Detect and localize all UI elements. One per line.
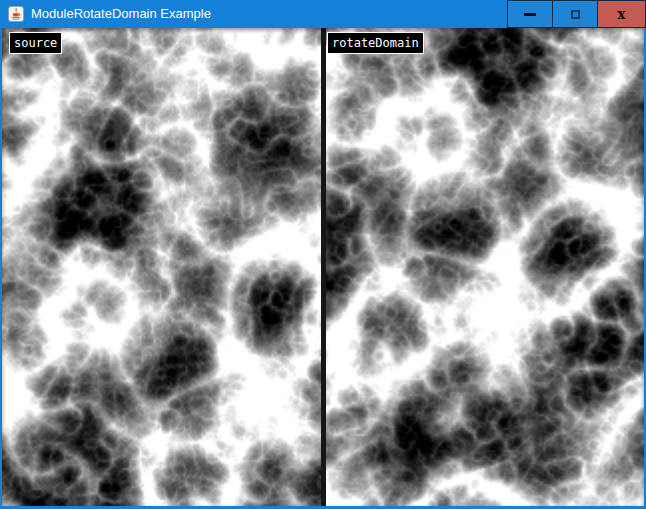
titlebar[interactable]: ModuleRotateDomain Example x — [0, 0, 646, 28]
source-label: source — [9, 32, 62, 54]
rotate-domain-label: rotateDomain — [327, 32, 424, 54]
window-title: ModuleRotateDomain Example — [31, 0, 211, 28]
close-button[interactable]: x — [597, 0, 646, 28]
window-controls: x — [508, 0, 646, 28]
java-coffee-cup-icon[interactable] — [8, 6, 24, 22]
close-x-icon: x — [617, 7, 625, 21]
rotate-domain-noise-canvas — [326, 28, 644, 506]
source-noise-canvas — [2, 28, 321, 506]
content-area: source rotateDomain — [2, 28, 644, 506]
app-window: ModuleRotateDomain Example x source rota… — [0, 0, 646, 509]
minimize-dash-icon — [524, 13, 536, 16]
maximize-button[interactable] — [552, 0, 598, 28]
minimize-button[interactable] — [507, 0, 553, 28]
maximize-square-icon — [571, 10, 580, 19]
